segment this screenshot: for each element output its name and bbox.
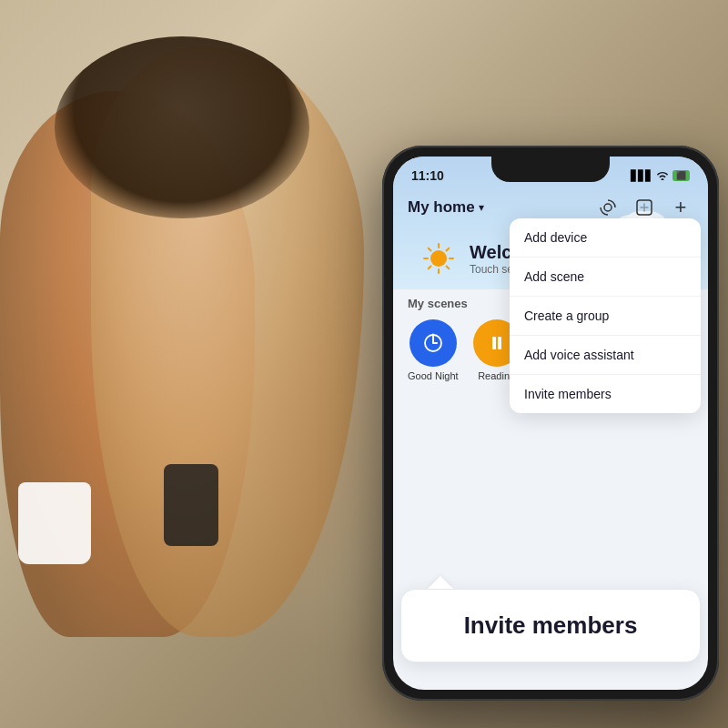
svg-rect-20 (498, 337, 501, 349)
svg-rect-19 (492, 337, 496, 349)
wifi-icon (656, 169, 669, 183)
svg-line-14 (429, 267, 431, 269)
coffee-cup (18, 482, 91, 564)
invite-banner: Invite members (400, 576, 701, 662)
battery-icon: ⬛ (672, 170, 690, 181)
phone-screen: 11:10 ▋▋▋ ⬛ My home ▾ (393, 157, 708, 690)
chevron-down-icon: ▾ (479, 201, 484, 214)
status-time: 11:10 (411, 168, 444, 183)
dropdown-create-group[interactable]: Create a group (510, 297, 701, 336)
header-icons: + (595, 195, 693, 220)
home-title: My home (408, 198, 475, 217)
phone-in-hand (164, 464, 218, 546)
invite-box: Invite members (400, 589, 701, 662)
status-icons: ▋▋▋ ⬛ (631, 169, 690, 183)
home-title-row[interactable]: My home ▾ (408, 198, 484, 217)
tooltip-arrow (428, 576, 453, 589)
dropdown-invite-members[interactable]: Invite members (510, 375, 701, 413)
edit-button[interactable] (632, 195, 657, 220)
svg-point-18 (431, 334, 434, 337)
good-night-icon (410, 319, 457, 367)
dropdown-add-scene[interactable]: Add scene (510, 258, 701, 297)
scene-good-night[interactable]: Good Night (408, 319, 459, 381)
sun-icon (419, 238, 459, 278)
svg-line-13 (447, 248, 450, 251)
svg-line-12 (447, 267, 450, 269)
dropdown-add-device[interactable]: Add device (510, 218, 701, 258)
add-button[interactable]: + (668, 195, 693, 220)
svg-point-6 (430, 250, 447, 267)
phone-notch (491, 157, 610, 182)
phone-mockup: 11:10 ▋▋▋ ⬛ My home ▾ (382, 146, 719, 701)
signal-icon: ▋▋▋ (631, 170, 652, 182)
dropdown-menu: Add device Add scene Create a group Add … (510, 218, 701, 413)
svg-point-4 (604, 204, 612, 211)
stream-button[interactable] (595, 195, 621, 220)
hair-decoration (55, 36, 309, 218)
invite-members-text: Invite members (420, 612, 682, 640)
dropdown-add-voice[interactable]: Add voice assistant (510, 336, 701, 375)
svg-line-11 (429, 248, 431, 251)
good-night-label: Good Night (408, 370, 459, 381)
